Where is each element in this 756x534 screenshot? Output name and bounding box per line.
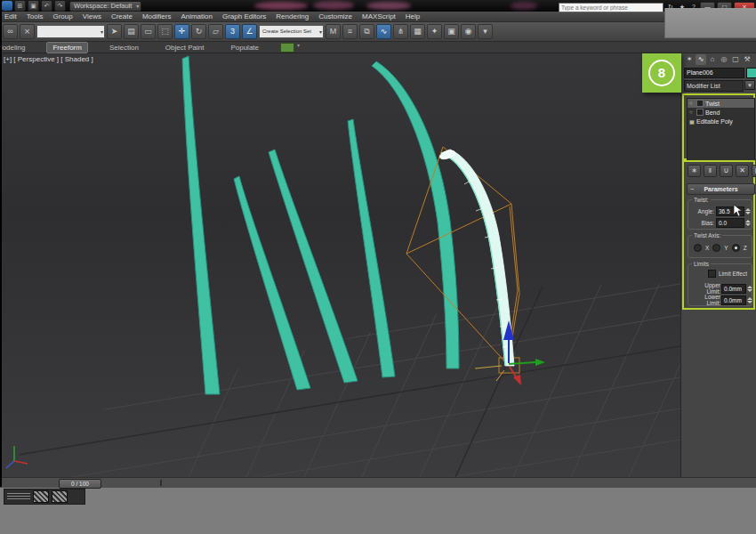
tab-hierarchy-icon[interactable]: ⌂ [707,54,718,65]
axis-y-radio[interactable] [712,244,720,252]
menu-maxscript[interactable]: MAXScript [362,12,396,20]
tab-modeling[interactable]: Modeling [0,43,30,53]
select-by-name-icon[interactable]: ▤ [124,24,139,39]
tab-selection[interactable]: Selection [104,43,144,53]
time-slider-track[interactable]: 0 / 100 [0,477,756,488]
blurred-title-smudge [313,1,354,10]
lower-limit-field[interactable]: 0.0mm [721,295,746,305]
menu-group[interactable]: Group [52,12,72,20]
menu-customize[interactable]: Customize [318,12,352,20]
ribbon-minimize-icon[interactable] [280,43,294,53]
menu-edit[interactable]: Edit [4,12,17,20]
qat-new-icon[interactable]: ⊞ [14,0,26,12]
select-object-icon[interactable]: ➤ [107,24,122,39]
snap-toggle-icon[interactable]: 3 [225,24,240,39]
angle-label: Angle: [690,208,714,214]
rectangular-region-icon[interactable]: ▭ [141,24,156,39]
named-selection-dropdown[interactable]: Create Selection Set [259,25,324,38]
angle-snap-icon[interactable]: ∠ [242,24,257,39]
bias-spinner[interactable] [745,220,751,226]
mirror-icon[interactable]: M [326,24,341,39]
tab-freeform[interactable]: Freeform [46,42,87,53]
x-axis-arrow[interactable] [513,375,521,385]
command-panel-tabs: ✶ ∿ ⌂ ◎ ▢ ⚒ [681,53,756,65]
configure-modifier-sets-icon[interactable]: ▤ [752,165,756,177]
menu-help[interactable]: Help [406,12,420,20]
undo-icon[interactable]: ↶ [41,0,52,12]
object-color-swatch[interactable] [746,68,756,78]
bias-field[interactable]: 0.0 [716,218,744,228]
modifier-toggle-icon[interactable] [696,109,704,116]
time-slider-handle[interactable]: 0 / 100 [59,479,101,489]
modifier-toggle-icon[interactable] [696,100,704,107]
menu-graph-editors[interactable]: Graph Editors [222,12,266,20]
search-input[interactable] [559,3,664,12]
menu-modifiers[interactable]: Modifiers [142,12,171,20]
material-editor-icon[interactable]: ▦ [410,24,425,39]
modifier-stack-row-editable-poly[interactable]: ▦ Editable Poly [688,117,754,125]
redo-icon[interactable]: ↷ [54,0,66,12]
axis-x-radio[interactable] [694,244,702,252]
collapse-icon[interactable]: − [690,184,694,194]
selection-filter-dropdown[interactable] [36,25,105,38]
object-name-field[interactable]: Plane006 [684,68,744,78]
upper-limit-spinner[interactable] [747,286,752,292]
y-axis-arrow[interactable] [535,359,545,366]
rendered-frame-icon[interactable]: ▣ [444,24,459,39]
axis-y-label: Y [724,245,728,251]
tab-object-paint[interactable]: Object Paint [160,43,210,53]
tab-utilities-icon[interactable]: ⚒ [742,54,752,65]
tab-display-icon[interactable]: ▢ [730,54,741,65]
select-scale-icon[interactable]: ▱ [208,24,223,39]
make-unique-icon[interactable]: ∪ [720,165,733,177]
tab-modify-icon[interactable]: ∿ [696,54,706,65]
select-rotate-icon[interactable]: ↻ [191,24,206,39]
application-menu-icon[interactable] [2,1,12,11]
time-tick [160,480,162,486]
remove-modifier-icon[interactable]: ✕ [736,165,749,177]
curve-editor-icon[interactable]: ∿ [376,24,391,39]
show-end-result-icon[interactable]: ‖ [704,165,717,177]
menu-animation[interactable]: Animation [181,12,213,20]
modifier-stack-row-twist[interactable]: ○ Twist [688,99,754,108]
modifier-label: Editable Poly [696,118,733,125]
unlink-selection-icon[interactable]: ⨯ [20,24,35,39]
qat-save-icon[interactable]: ▣ [28,0,39,12]
limit-effect-checkbox[interactable] [708,270,716,278]
lower-limit-spinner[interactable] [747,297,752,303]
lightbulb-icon[interactable]: ○ [689,109,695,115]
parameters-rollout-header[interactable]: − Parameters [687,183,755,195]
tab-motion-icon[interactable]: ◎ [719,54,729,65]
bias-label: Bias: [690,220,714,226]
workspace-dropdown[interactable]: Workspace: Default [69,1,141,12]
upper-limit-field[interactable]: 0.0mm [721,284,746,294]
lightbulb-icon[interactable]: ○ [689,101,695,106]
3dsmax-window: ⊞ ▣ ↶ ↷ Workspace: Default ↻ ★ ? — ▢ ✕ E… [0,0,756,534]
perspective-viewport[interactable]: [+] [ Perspective ] [ Shaded ] [2,53,680,477]
render-production-icon[interactable]: ◉ [461,24,476,39]
checker-icon [33,490,49,503]
viewport-label[interactable]: [+] [ Perspective ] [ Shaded ] [4,55,93,63]
schematic-view-icon[interactable]: ⋔ [393,24,408,39]
menu-views[interactable]: Views [83,12,101,20]
modifier-stack-row-bend[interactable]: ○ Bend [688,108,754,117]
step-number: 8 [648,60,675,86]
layer-manager-icon[interactable]: ⧉ [359,24,374,39]
axis-z-radio[interactable] [732,244,740,252]
grass-blades[interactable] [182,56,459,394]
select-and-link-icon[interactable]: ∞ [3,24,18,39]
render-flyout-arrow-icon[interactable]: ▾ [478,24,493,39]
menu-rendering[interactable]: Rendering [276,12,309,20]
modifier-list-dropdown[interactable]: Modifier List [684,80,744,92]
render-setup-icon[interactable]: ✦ [427,24,442,39]
modifier-list-arrow-icon[interactable]: ▼ [744,80,755,90]
tab-create-icon[interactable]: ✶ [684,54,695,65]
tab-populate[interactable]: Populate [225,43,264,53]
menu-tools[interactable]: Tools [27,12,44,20]
menu-create[interactable]: Create [111,12,133,20]
select-move-icon[interactable]: ✛ [174,24,189,39]
window-crossing-icon[interactable]: ⬚ [157,24,173,39]
angle-spinner[interactable] [745,208,751,214]
pin-stack-icon[interactable]: ∗ [688,165,701,177]
align-icon[interactable]: ≡ [342,24,358,39]
